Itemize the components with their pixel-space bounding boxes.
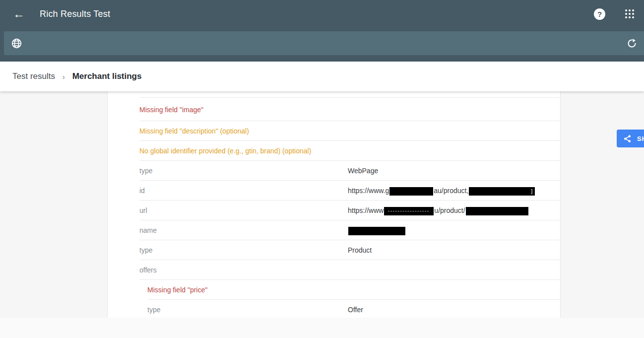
value-text: au/product,	[434, 187, 468, 195]
warning-message: Missing field "description" (optional)	[108, 127, 249, 135]
redacted-value	[389, 187, 433, 196]
rich-results-test-app: ← Rich Results Test ?	[0, 0, 644, 338]
footer-band	[0, 318, 644, 338]
arrow-left-icon: ←	[13, 7, 25, 21]
error-message: Missing field "price"	[108, 286, 207, 294]
redacted-value	[348, 227, 405, 235]
field-label: url	[108, 206, 348, 214]
value-text: https://www.g	[348, 187, 389, 195]
issue-row[interactable]: Missing field "price"	[108, 280, 560, 300]
header-actions: ?	[594, 8, 639, 20]
app-header-row: ← Rich Results Test ?	[0, 0, 644, 28]
issue-row[interactable]: Missing field "image"	[108, 98, 560, 121]
breadcrumb-bar: Test results › Merchant listings SHARE	[0, 62, 644, 91]
field-row: idhttps://www.gau/product,]	[108, 181, 560, 201]
redacted-value: ]	[469, 187, 535, 196]
warning-message: No global identifier provided (e.g., gti…	[108, 147, 311, 155]
results-content: Missing field "image"Missing field "desc…	[0, 91, 644, 318]
breadcrumb: Test results › Merchant listings	[12, 62, 141, 91]
value-text: https://www	[348, 206, 384, 214]
issue-row[interactable]: No global identifier provided (e.g., gti…	[108, 141, 560, 161]
breadcrumb-test-results[interactable]: Test results	[12, 71, 55, 81]
chevron-right-icon: ›	[63, 73, 65, 81]
share-button[interactable]: SHARE	[617, 130, 644, 147]
field-row: offers	[108, 260, 560, 280]
back-button[interactable]: ←	[11, 6, 27, 22]
refresh-icon	[627, 38, 637, 49]
breadcrumb-merchant-listings: Merchant listings	[72, 71, 142, 81]
apps-grid-icon	[625, 9, 634, 18]
url-bar[interactable]	[4, 31, 644, 55]
field-value	[348, 226, 406, 235]
field-row: name	[108, 220, 560, 240]
share-icon	[623, 135, 632, 143]
field-row: typeOffer	[108, 300, 560, 318]
app-title: Rich Results Test	[40, 9, 110, 19]
field-value: Product	[348, 246, 372, 254]
field-value: https://wwwu/product/	[348, 206, 529, 215]
value-text: u/product/	[434, 206, 465, 214]
detected-item-panel: Missing field "image"Missing field "desc…	[107, 91, 561, 318]
field-value: Offer	[348, 306, 363, 314]
share-button-label: SHARE	[637, 135, 644, 142]
issue-row[interactable]: Missing field "description" (optional)	[108, 121, 560, 141]
field-value: https://www.gau/product,]	[348, 187, 535, 195]
partial-row	[108, 91, 560, 98]
field-row: typeProduct	[108, 240, 560, 260]
field-label: type	[108, 306, 348, 314]
field-value: WebPage	[348, 167, 378, 175]
error-message: Missing field "image"	[108, 106, 203, 114]
app-header: ← Rich Results Test ?	[0, 0, 644, 62]
field-label: offers	[108, 266, 348, 274]
redacted-value	[384, 207, 434, 215]
apps-button[interactable]	[625, 9, 634, 18]
globe-icon	[11, 38, 22, 49]
field-label: type	[108, 167, 348, 175]
field-label: id	[108, 187, 348, 195]
refresh-button[interactable]	[627, 38, 637, 49]
question-mark-icon: ?	[597, 8, 602, 20]
field-label: type	[108, 246, 348, 254]
field-row: typeWebPage	[108, 161, 560, 181]
redaction-artifact: ]	[531, 188, 532, 195]
field-row: urlhttps://wwwu/product/	[108, 201, 560, 220]
help-button[interactable]: ?	[594, 8, 605, 20]
redacted-value	[466, 207, 528, 215]
url-input[interactable]	[29, 31, 620, 55]
field-label: name	[108, 226, 348, 234]
